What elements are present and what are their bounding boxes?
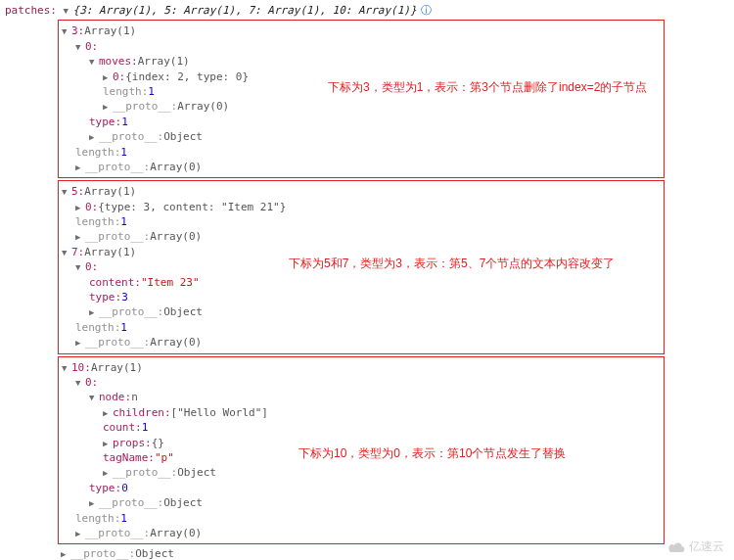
proto-key: __proto__:	[99, 129, 163, 144]
proto-value: Array(0)	[177, 99, 229, 114]
box-5-7: 下标为5和7，类型为3，表示：第5、7个节点的文本内容改变了 5: Array(…	[58, 180, 665, 353]
annotation-5-7: 下标为5和7，类型为3，表示：第5、7个节点的文本内容改变了	[289, 256, 615, 272]
node-value: n	[131, 390, 138, 404]
length-value: 1	[120, 214, 127, 229]
tagname-value: "p"	[155, 450, 174, 465]
watermark-text: 亿速云	[689, 538, 724, 555]
moves-key: moves:	[99, 54, 138, 69]
proto-key: __proto__:	[85, 526, 150, 540]
expand-icon[interactable]	[89, 54, 99, 69]
type-label: Array(1)	[84, 23, 136, 38]
expand-icon[interactable]	[75, 335, 85, 350]
length-value: 1	[148, 84, 155, 99]
tagname-key: tagName:	[103, 450, 155, 465]
expand-icon[interactable]	[75, 200, 85, 214]
index-0: 0:	[85, 39, 98, 54]
key-5: 5:	[71, 184, 84, 199]
expand-icon[interactable]	[75, 259, 85, 274]
key-10: 10:	[71, 360, 91, 375]
expand-icon[interactable]	[62, 23, 71, 38]
expand-icon[interactable]	[103, 70, 113, 84]
count-key: count:	[103, 420, 142, 435]
type-key: type:	[89, 290, 121, 304]
expand-icon[interactable]	[75, 160, 85, 174]
props-value: {}	[152, 436, 164, 450]
content-value: "Item 23"	[141, 275, 200, 290]
key-7: 7:	[71, 245, 84, 259]
proto-value: Object	[163, 129, 203, 144]
proto-value: Object	[177, 465, 216, 480]
expand-icon[interactable]	[103, 436, 113, 450]
proto-key: __proto__:	[85, 160, 150, 174]
expand-icon[interactable]	[103, 405, 113, 420]
proto-value: Object	[163, 304, 203, 319]
index-0: 0:	[85, 259, 98, 274]
expand-icon[interactable]	[89, 129, 99, 144]
expand-icon[interactable]	[75, 39, 85, 54]
value: {type: 3, content: "Item 21"}	[98, 200, 286, 214]
tree: 下标为3，类型为1，表示：第3个节点删除了index=2的子节点 3: Arra…	[61, 20, 729, 560]
proto-value: Object	[163, 495, 203, 510]
props-key: props:	[113, 436, 152, 450]
content-key: content:	[89, 275, 141, 290]
length-value: 1	[120, 511, 127, 526]
proto-key: __proto__:	[99, 495, 163, 510]
root-label: patches:	[5, 3, 57, 18]
expand-icon[interactable]	[75, 229, 85, 244]
proto-key: __proto__:	[85, 335, 150, 350]
length-value: 1	[120, 320, 127, 335]
children-key: children:	[113, 405, 171, 420]
proto-value: Array(0)	[150, 335, 202, 350]
length-key: length:	[75, 214, 120, 229]
type-value: 3	[121, 290, 128, 304]
type-label: Array(1)	[84, 184, 136, 199]
annotation-3: 下标为3，类型为1，表示：第3个节点删除了index=2的子节点	[328, 79, 647, 96]
expand-icon[interactable]	[75, 526, 85, 540]
length-key: length:	[75, 145, 120, 160]
box-10: 下标为10，类型为0，表示：第10个节点发生了替换 10: Array(1) 0…	[58, 356, 665, 545]
type-key: type:	[89, 481, 121, 495]
length-key: length:	[75, 511, 120, 526]
type-label: Array(1)	[84, 245, 136, 259]
expand-icon[interactable]	[89, 390, 99, 404]
expand-icon[interactable]	[61, 546, 70, 560]
expand-icon[interactable]	[89, 304, 99, 319]
proto-value: Array(0)	[150, 160, 202, 174]
expand-icon[interactable]	[103, 99, 113, 114]
box-3: 下标为3，类型为1，表示：第3个节点删除了index=2的子节点 3: Arra…	[58, 20, 665, 178]
moves-type: Array(1)	[138, 54, 190, 69]
watermark: 亿速云	[666, 538, 724, 555]
moves-0: 0:	[113, 70, 125, 84]
key-3: 3:	[71, 23, 84, 38]
expand-icon[interactable]	[62, 184, 71, 199]
expand-icon[interactable]	[62, 245, 71, 259]
type-key: type:	[89, 115, 121, 129]
length-key: length:	[103, 84, 148, 99]
moves-0-value: {index: 2, type: 0}	[125, 70, 249, 84]
expand-icon[interactable]	[89, 495, 99, 510]
length-value: 1	[120, 145, 127, 160]
proto-value: Object	[135, 546, 174, 560]
proto-key: __proto__:	[113, 99, 177, 114]
root-row: patches: {3: Array(1), 5: Array(1), 7: A…	[5, 3, 729, 18]
proto-key: __proto__:	[70, 546, 135, 560]
node-key: node:	[99, 390, 131, 404]
index-0: 0:	[85, 200, 98, 214]
proto-value: Array(0)	[150, 229, 202, 244]
annotation-10: 下标为10，类型为0，表示：第10个节点发生了替换	[298, 445, 566, 462]
expand-icon[interactable]	[75, 375, 85, 390]
children-value: ["Hello World"]	[171, 405, 268, 420]
expand-icon[interactable]	[103, 465, 113, 480]
type-value: 1	[121, 115, 128, 129]
cloud-icon	[666, 540, 686, 554]
root-summary: {3: Array(1), 5: Array(1), 7: Array(1), …	[73, 3, 417, 18]
proto-key: __proto__:	[99, 304, 163, 319]
proto-key: __proto__:	[113, 465, 177, 480]
expand-icon[interactable]	[62, 360, 71, 375]
length-key: length:	[75, 320, 120, 335]
proto-value: Array(0)	[150, 526, 202, 540]
index-0: 0:	[85, 375, 98, 390]
type-label: Array(1)	[91, 360, 143, 375]
expand-icon[interactable]	[64, 3, 73, 18]
info-icon[interactable]: ⓘ	[421, 3, 432, 18]
